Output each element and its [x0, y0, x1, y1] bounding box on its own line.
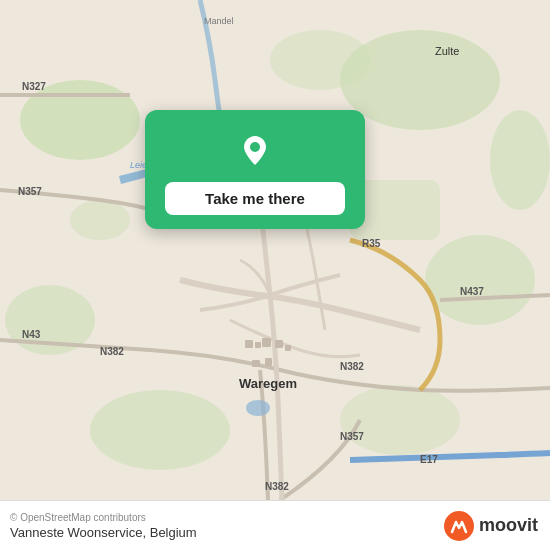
svg-rect-33 — [285, 345, 291, 351]
svg-text:Waregem: Waregem — [239, 376, 297, 391]
svg-text:N437: N437 — [460, 286, 484, 297]
svg-point-2 — [340, 30, 500, 130]
svg-rect-28 — [255, 342, 261, 348]
svg-rect-31 — [265, 358, 272, 366]
svg-rect-27 — [245, 340, 253, 348]
svg-rect-32 — [275, 340, 283, 348]
svg-text:R35: R35 — [362, 238, 381, 249]
moovit-brand-icon — [443, 510, 475, 542]
svg-text:Zulte: Zulte — [435, 45, 459, 57]
location-info: © OpenStreetMap contributors Vanneste Wo… — [10, 512, 197, 540]
map-container: N327 N357 N43 N382 N382 N382 R35 N437 E1… — [0, 0, 550, 500]
svg-text:N382: N382 — [265, 481, 289, 492]
svg-point-1 — [20, 80, 140, 160]
svg-rect-30 — [252, 360, 260, 367]
svg-text:N43: N43 — [22, 329, 41, 340]
svg-point-10 — [270, 30, 370, 90]
svg-text:Mandel: Mandel — [204, 16, 234, 26]
moovit-logo[interactable]: moovit — [443, 510, 538, 542]
svg-rect-29 — [262, 338, 271, 347]
location-card[interactable]: Take me there — [145, 110, 365, 229]
svg-point-6 — [90, 390, 230, 470]
svg-point-34 — [246, 400, 270, 416]
svg-text:N327: N327 — [22, 81, 46, 92]
svg-text:N357: N357 — [340, 431, 364, 442]
map-background: N327 N357 N43 N382 N382 N382 R35 N437 E1… — [0, 0, 550, 500]
svg-text:N382: N382 — [100, 346, 124, 357]
svg-point-9 — [70, 200, 130, 240]
svg-point-3 — [425, 235, 535, 325]
svg-text:N357: N357 — [18, 186, 42, 197]
svg-text:N382: N382 — [340, 361, 364, 372]
svg-text:E17: E17 — [420, 454, 438, 465]
svg-point-36 — [250, 142, 260, 152]
copyright-text: © OpenStreetMap contributors — [10, 512, 197, 523]
location-pin-icon — [233, 128, 277, 172]
take-me-there-button[interactable]: Take me there — [165, 182, 345, 215]
moovit-brand-text: moovit — [479, 515, 538, 536]
bottom-bar: © OpenStreetMap contributors Vanneste Wo… — [0, 500, 550, 550]
place-name: Vanneste Woonservice, Belgium — [10, 525, 197, 540]
svg-point-8 — [490, 110, 550, 210]
